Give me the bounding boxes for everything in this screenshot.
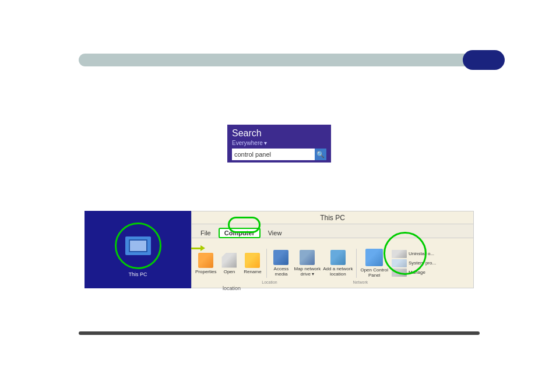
tab-file[interactable]: File [194, 228, 217, 238]
tab-computer[interactable]: Computer [219, 228, 261, 238]
main-screenshot: This PC This PC File Computer View Prope… [85, 211, 474, 288]
search-input-row: control panel 🔍 [232, 149, 326, 160]
divider-1: Location [266, 249, 267, 278]
add-network-location-label: Add a networklocation [323, 266, 353, 277]
ribbon-panel: This PC File Computer View Properties O [191, 211, 474, 288]
ribbon-title: This PC [320, 214, 345, 222]
system-properties-label: System pro... [409, 260, 436, 266]
system-properties-icon [392, 259, 407, 267]
this-pc-screen [129, 239, 147, 252]
this-pc-icon [125, 236, 151, 255]
bottom-divider [79, 331, 480, 335]
map-network-icon [299, 249, 315, 266]
open-control-panel-button[interactable]: Open ControlPanel [360, 248, 388, 278]
map-network-button[interactable]: Map networkdrive ▾ [294, 249, 321, 277]
uninstall-button[interactable]: Uninstall o... [392, 250, 436, 258]
manage-label: Manage [409, 270, 425, 275]
rename-icon [244, 252, 261, 269]
progress-button[interactable] [463, 50, 505, 70]
access-media-icon [273, 249, 289, 266]
map-network-label: Map networkdrive ▾ [294, 266, 321, 277]
properties-label: Properties [195, 269, 216, 274]
uninstall-icon [392, 250, 407, 258]
ribbon-content: Properties Open Rename Location [192, 238, 473, 288]
search-icon: 🔍 [316, 151, 325, 158]
progress-bar [79, 54, 478, 66]
connector-line [191, 248, 202, 249]
rename-label: Rename [244, 269, 261, 274]
system-properties-button[interactable]: System pro... [392, 259, 436, 267]
properties-icon [198, 252, 214, 269]
connector-arrow [191, 248, 202, 249]
this-pc-circle-highlight [115, 223, 161, 269]
open-button[interactable]: Open [219, 252, 240, 274]
ribbon-tabs: File Computer View [192, 224, 473, 238]
manage-icon [392, 269, 407, 277]
search-everywhere-row[interactable]: Everywhere ▾ [232, 140, 326, 146]
location-group-label: Location [258, 280, 281, 284]
uninstall-label: Uninstall o... [409, 251, 434, 256]
access-media-label: Accessmedia [274, 266, 289, 277]
rename-button[interactable]: Rename [242, 252, 263, 274]
search-panel: Search Everywhere ▾ control panel 🔍 [227, 125, 331, 163]
chevron-down-icon: ▾ [264, 140, 267, 146]
add-network-location-button[interactable]: Add a networklocation [323, 249, 353, 277]
ribbon-title-bar: This PC [192, 211, 473, 224]
search-everywhere-label: Everywhere [232, 140, 263, 146]
access-media-button[interactable]: Accessmedia [270, 249, 291, 277]
manage-button[interactable]: Manage [392, 269, 436, 277]
open-label: Open [224, 269, 235, 274]
properties-button[interactable]: Properties [195, 252, 216, 274]
divider-2: Network [356, 249, 357, 278]
search-input[interactable]: control panel [232, 149, 315, 160]
open-control-panel-label: Open ControlPanel [360, 267, 388, 278]
this-pc-label: This PC [128, 271, 147, 277]
search-submit-button[interactable]: 🔍 [315, 149, 326, 160]
this-pc-icon-area: This PC [115, 223, 161, 277]
add-network-location-icon [330, 249, 346, 266]
open-icon [221, 252, 237, 269]
this-pc-panel: This PC [85, 211, 191, 288]
search-title: Search [232, 128, 326, 139]
open-control-panel-icon [365, 248, 383, 267]
location-annotation: location [223, 285, 241, 291]
tab-view[interactable]: View [262, 228, 288, 238]
